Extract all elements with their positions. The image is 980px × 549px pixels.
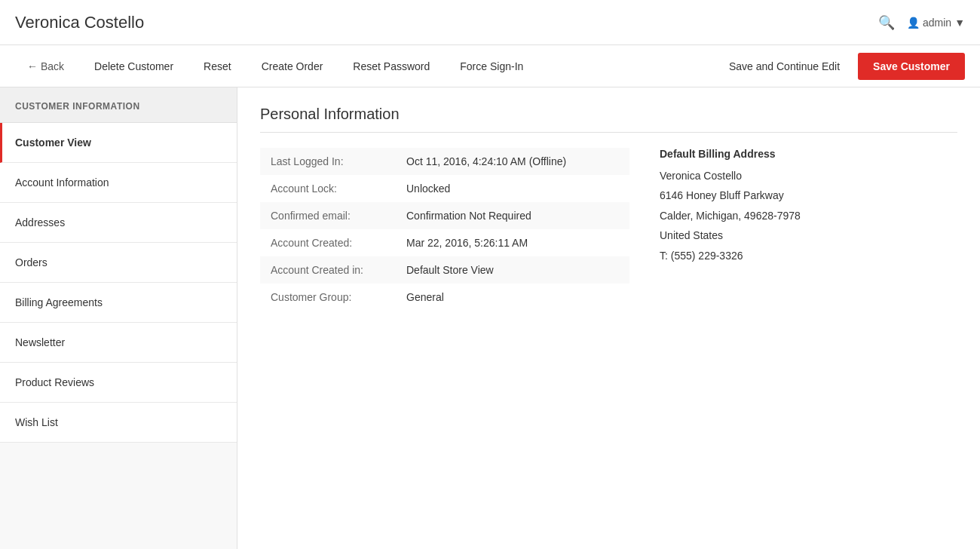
sidebar-item-label: Wish List [15, 416, 58, 428]
billing-name: Veronica Costello [660, 167, 825, 184]
table-row: Confirmed email: Confirmation Not Requir… [260, 202, 629, 229]
info-value: Mar 22, 2016, 5:26:11 AM [406, 237, 528, 249]
admin-user-menu[interactable]: 👤 admin ▼ [907, 17, 965, 29]
personal-info-grid: Last Logged In: Oct 11, 2016, 4:24:10 AM… [260, 148, 957, 311]
save-continue-button[interactable]: Save and Continue Edit [717, 54, 852, 78]
billing-address: Default Billing Address Veronica Costell… [660, 148, 825, 311]
sidebar-item-billing-agreements[interactable]: Billing Agreements [0, 283, 237, 323]
main-layout: CUSTOMER INFORMATION Customer View Accou… [0, 87, 980, 549]
search-icon: 🔍 [878, 15, 895, 30]
page-title: Veronica Costello [15, 13, 144, 32]
info-label: Account Lock: [271, 182, 406, 195]
dropdown-icon: ▼ [954, 17, 965, 29]
billing-address-title: Default Billing Address [660, 148, 825, 160]
billing-phone: T: (555) 229-3326 [660, 247, 825, 264]
sidebar-item-wish-list[interactable]: Wish List [0, 403, 237, 443]
info-value: Default Store View [406, 264, 494, 276]
table-row: Account Created: Mar 22, 2016, 5:26:11 A… [260, 229, 629, 256]
back-button[interactable]: ← Back [15, 54, 76, 78]
info-value: Confirmation Not Required [406, 210, 531, 222]
info-table: Last Logged In: Oct 11, 2016, 4:24:10 AM… [260, 148, 629, 311]
sidebar-item-label: Account Information [15, 176, 109, 189]
reset-button[interactable]: Reset [191, 54, 243, 78]
table-row: Account Lock: Unlocked [260, 175, 629, 202]
content-area: Personal Information Last Logged In: Oct… [237, 87, 980, 549]
billing-country: United States [660, 227, 825, 244]
table-row: Account Created in: Default Store View [260, 256, 629, 284]
sidebar-item-label: Billing Agreements [15, 296, 103, 308]
sidebar-item-product-reviews[interactable]: Product Reviews [0, 363, 237, 403]
header-right: 🔍 👤 admin ▼ [878, 14, 965, 31]
info-value: Unlocked [406, 182, 450, 195]
top-header: Veronica Costello 🔍 👤 admin ▼ [0, 0, 980, 45]
info-label: Last Logged In: [271, 155, 406, 167]
sidebar-item-addresses[interactable]: Addresses [0, 203, 237, 243]
save-customer-button[interactable]: Save Customer [858, 53, 965, 80]
admin-label: admin [923, 17, 951, 29]
info-label: Customer Group: [271, 291, 406, 303]
sidebar-item-label: Customer View [15, 136, 91, 149]
info-label: Confirmed email: [271, 210, 406, 222]
info-value: General [406, 291, 444, 303]
personal-info-title: Personal Information [260, 106, 957, 133]
info-label: Account Created: [271, 237, 406, 249]
reset-password-button[interactable]: Reset Password [341, 54, 442, 78]
sidebar-item-label: Newsletter [15, 336, 65, 348]
sidebar: CUSTOMER INFORMATION Customer View Accou… [0, 87, 237, 549]
force-signin-button[interactable]: Force Sign-In [448, 54, 535, 78]
create-order-button[interactable]: Create Order [250, 54, 335, 78]
billing-city-state-zip: Calder, Michigan, 49628-7978 [660, 207, 825, 224]
sidebar-item-newsletter[interactable]: Newsletter [0, 323, 237, 363]
sidebar-item-account-information[interactable]: Account Information [0, 163, 237, 203]
sidebar-section-title: CUSTOMER INFORMATION [0, 87, 237, 123]
search-button[interactable]: 🔍 [878, 14, 895, 31]
sidebar-item-customer-view[interactable]: Customer View [0, 123, 237, 163]
sidebar-item-label: Product Reviews [15, 376, 94, 388]
user-icon: 👤 [907, 17, 920, 29]
table-row: Last Logged In: Oct 11, 2016, 4:24:10 AM… [260, 148, 629, 175]
billing-street: 6146 Honey Bluff Parkway [660, 187, 825, 204]
sidebar-item-orders[interactable]: Orders [0, 243, 237, 283]
table-row: Customer Group: General [260, 284, 629, 311]
toolbar: ← Back Delete Customer Reset Create Orde… [0, 45, 980, 87]
info-value: Oct 11, 2016, 4:24:10 AM (Offline) [406, 155, 566, 167]
sidebar-item-label: Orders [15, 256, 47, 268]
delete-customer-button[interactable]: Delete Customer [82, 54, 185, 78]
sidebar-item-label: Addresses [15, 216, 65, 228]
info-label: Account Created in: [271, 264, 406, 276]
